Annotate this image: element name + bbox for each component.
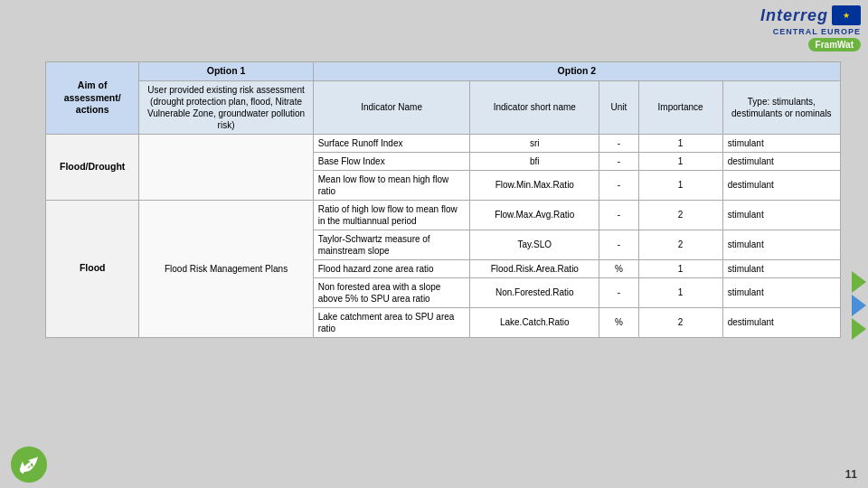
short-name-cell: Flood.Risk.Area.Ratio xyxy=(470,259,599,277)
table-row: Flood/Drought Surface Runoff Index sri -… xyxy=(46,134,841,152)
type-cell: stimulant xyxy=(722,200,840,230)
unit-cell: - xyxy=(599,200,638,230)
importance-cell: 1 xyxy=(638,134,722,152)
interreg-text: Interreg xyxy=(760,6,828,25)
indicator-name-cell: Surface Runoff Index xyxy=(313,134,470,152)
col-importance-header: Importance xyxy=(638,80,722,134)
col-opt1-header: User provided existing risk assessment (… xyxy=(139,80,313,134)
type-cell: stimulant xyxy=(722,277,840,307)
eu-flag-icon: ★ xyxy=(832,5,861,25)
section-label-flood-drought: Flood/Drought xyxy=(46,134,139,200)
page-number: 11 xyxy=(845,468,857,481)
option1-cell-flood: Flood Risk Management Plans xyxy=(139,200,313,337)
interreg-logo: Interreg ★ xyxy=(760,5,861,25)
unit-cell: - xyxy=(599,277,638,307)
importance-cell: 1 xyxy=(638,152,722,170)
type-cell: stimulant xyxy=(722,134,840,152)
indicators-table: Aim of assessment/ actions Option 1 Opti… xyxy=(45,61,841,338)
type-cell: destimulant xyxy=(722,152,840,170)
col-shortname-header: Indicator short name xyxy=(470,80,599,134)
type-cell: destimulant xyxy=(722,170,840,200)
col-indname-header: Indicator Name xyxy=(313,80,470,134)
header-logo-area: Interreg ★ CENTRAL EUROPE FramWat xyxy=(669,0,868,59)
indicator-name-cell: Base Flow Index xyxy=(313,152,470,170)
framwat-logo: FramWat xyxy=(808,38,861,52)
unit-cell: % xyxy=(599,259,638,277)
central-europe-text: CENTRAL EUROPE xyxy=(773,27,861,36)
short-name-cell: Flow.Min.Max.Ratio xyxy=(470,170,599,200)
section-label-flood: Flood xyxy=(46,200,139,337)
importance-cell: 1 xyxy=(638,170,722,200)
unit-cell: - xyxy=(599,134,638,152)
table-row: Flood Flood Risk Management Plans Ratio … xyxy=(46,200,841,230)
short-name-cell: bfi xyxy=(470,152,599,170)
importance-cell: 1 xyxy=(638,259,722,277)
short-name-cell: Non.Forested.Ratio xyxy=(470,277,599,307)
option1-cell-empty xyxy=(139,134,313,200)
unit-cell: - xyxy=(599,152,638,170)
short-name-cell: Flow.Max.Avg.Ratio xyxy=(470,200,599,230)
col-type-header: Type: stimulants, destimulants or nomina… xyxy=(722,80,840,134)
leaf-icon xyxy=(18,454,40,475)
header-row-options: Aim of assessment/ actions Option 1 Opti… xyxy=(46,62,841,81)
indicator-name-cell: Non forested area with a slope above 5% … xyxy=(313,277,470,307)
indicator-name-cell: Ratio of high low flow to mean flow in t… xyxy=(313,200,470,230)
deco-right xyxy=(852,271,866,340)
type-cell: destimulant xyxy=(722,307,840,337)
indicator-name-cell: Lake catchment area to SPU area ratio xyxy=(313,307,470,337)
unit-cell: - xyxy=(599,170,638,200)
header-row-cols: User provided existing risk assessment (… xyxy=(46,80,841,134)
importance-cell: 2 xyxy=(638,230,722,259)
importance-cell: 2 xyxy=(638,200,722,230)
table-body: Flood/Drought Surface Runoff Index sri -… xyxy=(46,134,841,337)
type-cell: stimulant xyxy=(722,259,840,277)
bottom-icon xyxy=(11,446,47,483)
option1-header: Option 1 xyxy=(139,62,313,81)
importance-cell: 2 xyxy=(638,307,722,337)
col-unit-header: Unit xyxy=(599,80,638,134)
short-name-cell: Tay.SLO xyxy=(470,230,599,259)
unit-cell: % xyxy=(599,307,638,337)
indicator-name-cell: Taylor-Schwartz measure of mainstream sl… xyxy=(313,230,470,259)
importance-cell: 1 xyxy=(638,277,722,307)
unit-cell: - xyxy=(599,230,638,259)
main-table-container: Aim of assessment/ actions Option 1 Opti… xyxy=(45,61,841,438)
short-name-cell: sri xyxy=(470,134,599,152)
option2-header: Option 2 xyxy=(313,62,840,81)
type-cell: stimulant xyxy=(722,230,840,259)
indicator-name-cell: Mean low flow to mean high flow ratio xyxy=(313,170,470,200)
col-aim-header: Aim of assessment/ actions xyxy=(46,62,139,135)
indicator-name-cell: Flood hazard zone area ratio xyxy=(313,259,470,277)
short-name-cell: Lake.Catch.Ratio xyxy=(470,307,599,337)
